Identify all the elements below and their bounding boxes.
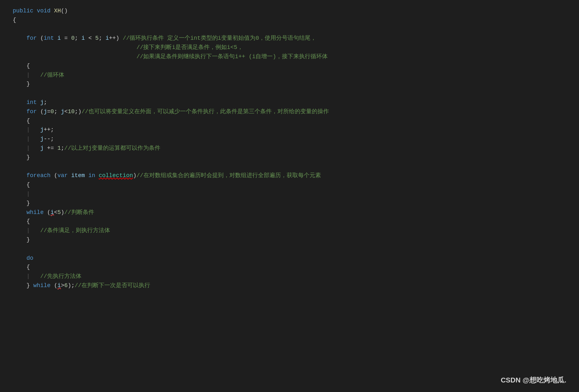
indent1 [13, 208, 26, 217]
op: = [61, 34, 71, 43]
num-1: 1 [57, 144, 61, 153]
vline-indent: | [13, 189, 30, 199]
kw-for2: for [26, 107, 37, 116]
comment-cont1: //接下来判断i是否满足条件，例如i<5， [136, 43, 243, 52]
kw-int: int [44, 34, 54, 43]
vline3: | [26, 136, 30, 142]
space [33, 6, 37, 16]
kw-in: in [88, 171, 95, 180]
line-jmm: | j --; [13, 134, 566, 144]
line-blank-1 [13, 25, 566, 34]
brace: } [26, 199, 30, 208]
line-do: do [13, 254, 566, 263]
num-5: 5 [95, 34, 99, 43]
comment-do-body: //先执行方法体 [40, 272, 81, 281]
num-10: 10 [68, 107, 75, 116]
semicolon: ; [44, 98, 47, 107]
indent1 [13, 180, 26, 189]
indent [13, 34, 26, 43]
space: ( [37, 34, 44, 43]
line-brace-foreach-close: } [13, 199, 566, 208]
brace-close: } [26, 79, 30, 89]
line-while: while ( i < 5 ) //判断条件 [13, 208, 566, 217]
var-j4: j [40, 125, 44, 134]
lt3: < [54, 208, 58, 217]
comment-for: //循环执行条件 定义一个int类型的i变量初始值为0，使用分号语句结尾， [123, 34, 316, 43]
indent1 [13, 98, 26, 107]
vline7: | [26, 273, 30, 279]
line-comment-do: | //先执行方法体 [13, 272, 566, 281]
var-i-dowhile: i [57, 281, 61, 290]
line-j-plus: | j += 1 ; //以上对j变量的运算都可以作为条件 [13, 144, 566, 153]
comment-j: //以上对j变量的运算都可以作为条件 [64, 144, 160, 153]
var-i2: i [81, 34, 85, 43]
space [68, 171, 71, 180]
num-5b: 5 [57, 208, 61, 217]
space: ( [37, 107, 44, 116]
var-i3: i [106, 34, 109, 43]
brace: { [26, 217, 30, 226]
space: ( [51, 281, 58, 290]
code-container: public void XH () { for ( int i = 0 ; i [0, 0, 579, 392]
semicolon2: ;) [75, 107, 82, 116]
line-blank-4 [13, 244, 566, 254]
line-brace-for-close: } [13, 79, 566, 89]
dec: --; [44, 134, 54, 144]
brace: { [26, 116, 30, 126]
indent1 [13, 171, 26, 180]
comment-cont2: //如果满足条件则继续执行下一条语句i++ (i自增一)，接下来执行循环体 [136, 52, 328, 61]
var-collection: collection [99, 171, 133, 180]
line-brace-while-close: } [13, 235, 566, 244]
num-0b: 0 [51, 107, 54, 116]
space [54, 34, 58, 43]
space [37, 98, 40, 107]
line-comment-cont2: //如果满足条件则继续执行下一条语句i++ (i自增一)，接下来执行循环体 [13, 52, 566, 61]
comment-loop: //循环体 [40, 71, 64, 80]
line-do-while: } while ( i > 6 ); //在判断下一次是否可以执行 [13, 281, 566, 290]
vline-indent: | [13, 144, 40, 153]
var-j3: j [61, 107, 64, 116]
lt2: < [64, 107, 68, 116]
line-method-sig: public void XH () [13, 6, 566, 16]
indent1 [13, 217, 26, 226]
space: ( [44, 208, 51, 217]
line-brace-while-open: { [13, 217, 566, 226]
kw-void: void [37, 6, 51, 16]
line-blank-foreach: | [13, 189, 566, 199]
vline-indent: | [13, 226, 40, 235]
num-6: 6 [64, 281, 68, 290]
indent1 [13, 199, 26, 208]
paren-close: ) [133, 171, 136, 180]
brace: { [26, 263, 30, 272]
vline5: | [26, 191, 30, 197]
brace: { [13, 16, 16, 25]
line-brace-do-open: { [13, 263, 566, 272]
paren-semi: ); [68, 281, 75, 290]
indent1 [13, 235, 26, 244]
var-j2: j [44, 107, 47, 116]
gt: > [61, 281, 64, 290]
var-j5: j [40, 134, 44, 144]
indent1 [13, 61, 26, 71]
indent1 [13, 281, 26, 290]
kw-foreach: foreach [26, 171, 51, 180]
indent1 [13, 254, 26, 263]
code-block: public void XH () { for ( int i = 0 ; i [13, 6, 566, 290]
comment-for-j: //也可以将变量定义在外面，可以减少一个条件执行，此条件是第三个条件，对所给的变… [81, 107, 329, 116]
comment-foreach: //在对数组或集合的遍历时会提到，对数组进行全部遍历，获取每个元素 [136, 171, 321, 180]
paren-close: ) [61, 208, 64, 217]
brace-close: } [26, 281, 33, 290]
line-foreach: foreach ( var item in collection ) //在对数… [13, 171, 566, 180]
watermark: CSDN @想吃烤地瓜. [501, 375, 566, 386]
line-blank-3 [13, 162, 566, 171]
vline4: | [26, 145, 30, 151]
vline6: | [26, 227, 30, 234]
kw-while: while [26, 208, 44, 217]
inc: ++) [109, 34, 123, 43]
line-brace-for-open: { [13, 61, 566, 71]
op-plus-eq: += [44, 144, 57, 153]
comment-while-body: //条件满足，则执行方法体 [40, 226, 110, 235]
line-jpp: | j ++; [13, 125, 566, 134]
indent1 [13, 79, 26, 89]
parens: () [61, 6, 68, 16]
